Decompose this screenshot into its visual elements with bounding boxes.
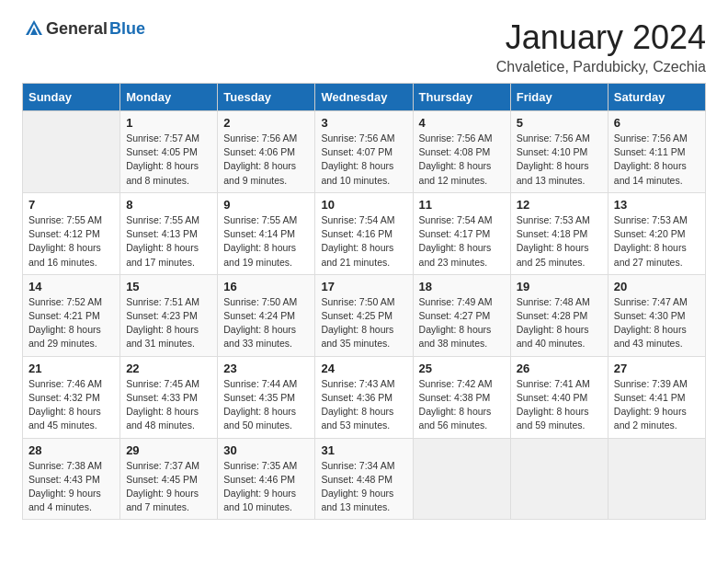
day-number: 11	[419, 198, 505, 212]
calendar-cell: 8Sunrise: 7:55 AM Sunset: 4:13 PM Daylig…	[120, 192, 218, 274]
week-row-5: 28Sunrise: 7:38 AM Sunset: 4:43 PM Dayli…	[23, 438, 706, 520]
weekday-sunday: Sunday	[23, 84, 120, 111]
calendar-cell: 24Sunrise: 7:43 AM Sunset: 4:36 PM Dayli…	[315, 356, 413, 438]
day-info: Sunrise: 7:57 AM Sunset: 4:05 PM Dayligh…	[126, 132, 211, 188]
calendar-title: January 2024	[496, 18, 706, 57]
calendar-cell: 9Sunrise: 7:55 AM Sunset: 4:14 PM Daylig…	[218, 192, 315, 274]
day-info: Sunrise: 7:50 AM Sunset: 4:24 PM Dayligh…	[223, 295, 309, 351]
calendar-cell: 23Sunrise: 7:44 AM Sunset: 4:35 PM Dayli…	[218, 356, 315, 438]
day-info: Sunrise: 7:51 AM Sunset: 4:23 PM Dayligh…	[126, 295, 211, 351]
calendar-table: SundayMondayTuesdayWednesdayThursdayFrid…	[22, 83, 706, 520]
day-number: 19	[517, 280, 602, 293]
day-number: 29	[126, 443, 211, 457]
calendar-subtitle: Chvaletice, Pardubicky, Czechia	[496, 59, 706, 75]
day-number: 25	[419, 362, 505, 375]
day-number: 7	[28, 198, 114, 212]
calendar-cell: 16Sunrise: 7:50 AM Sunset: 4:24 PM Dayli…	[218, 274, 315, 356]
day-info: Sunrise: 7:55 AM Sunset: 4:13 PM Dayligh…	[126, 213, 211, 270]
day-number: 8	[126, 198, 211, 212]
day-info: Sunrise: 7:50 AM Sunset: 4:25 PM Dayligh…	[321, 295, 406, 351]
calendar-cell: 30Sunrise: 7:35 AM Sunset: 4:46 PM Dayli…	[218, 438, 315, 520]
calendar-cell: 1Sunrise: 7:57 AM Sunset: 4:05 PM Daylig…	[120, 111, 218, 193]
day-info: Sunrise: 7:39 AM Sunset: 4:41 PM Dayligh…	[614, 377, 700, 433]
calendar-cell: 31Sunrise: 7:34 AM Sunset: 4:48 PM Dayli…	[315, 438, 413, 520]
calendar-cell: 11Sunrise: 7:54 AM Sunset: 4:17 PM Dayli…	[413, 192, 510, 274]
day-number: 30	[223, 443, 309, 457]
day-info: Sunrise: 7:53 AM Sunset: 4:20 PM Dayligh…	[614, 213, 700, 270]
week-row-4: 21Sunrise: 7:46 AM Sunset: 4:32 PM Dayli…	[23, 356, 706, 438]
day-number: 27	[614, 362, 700, 375]
day-info: Sunrise: 7:56 AM Sunset: 4:08 PM Dayligh…	[419, 132, 505, 188]
day-info: Sunrise: 7:56 AM Sunset: 4:11 PM Dayligh…	[614, 132, 700, 188]
day-number: 18	[419, 280, 505, 293]
calendar-cell: 4Sunrise: 7:56 AM Sunset: 4:08 PM Daylig…	[413, 111, 510, 193]
calendar-cell: 13Sunrise: 7:53 AM Sunset: 4:20 PM Dayli…	[608, 192, 705, 274]
calendar-cell: 10Sunrise: 7:54 AM Sunset: 4:16 PM Dayli…	[315, 192, 413, 274]
day-info: Sunrise: 7:55 AM Sunset: 4:14 PM Dayligh…	[223, 213, 309, 270]
day-number: 1	[126, 116, 211, 130]
day-info: Sunrise: 7:46 AM Sunset: 4:32 PM Dayligh…	[28, 377, 114, 433]
calendar-cell	[413, 438, 510, 520]
day-number: 21	[28, 362, 114, 375]
day-info: Sunrise: 7:56 AM Sunset: 4:07 PM Dayligh…	[321, 132, 406, 188]
day-number: 2	[223, 116, 309, 130]
day-number: 6	[614, 116, 700, 130]
calendar-cell: 29Sunrise: 7:37 AM Sunset: 4:45 PM Dayli…	[120, 438, 218, 520]
logo-text-blue: Blue	[109, 19, 145, 39]
day-info: Sunrise: 7:38 AM Sunset: 4:43 PM Dayligh…	[28, 459, 114, 515]
calendar-cell: 7Sunrise: 7:55 AM Sunset: 4:12 PM Daylig…	[23, 192, 120, 274]
calendar-cell	[23, 111, 120, 193]
calendar-cell: 15Sunrise: 7:51 AM Sunset: 4:23 PM Dayli…	[120, 274, 218, 356]
day-info: Sunrise: 7:44 AM Sunset: 4:35 PM Dayligh…	[223, 377, 309, 433]
day-info: Sunrise: 7:34 AM Sunset: 4:48 PM Dayligh…	[321, 459, 406, 515]
logo: General Blue	[22, 18, 145, 39]
title-block: January 2024 Chvaletice, Pardubicky, Cze…	[496, 18, 706, 75]
calendar-cell: 25Sunrise: 7:42 AM Sunset: 4:38 PM Dayli…	[413, 356, 510, 438]
calendar-cell: 5Sunrise: 7:56 AM Sunset: 4:10 PM Daylig…	[510, 111, 608, 193]
calendar-cell: 20Sunrise: 7:47 AM Sunset: 4:30 PM Dayli…	[608, 274, 705, 356]
day-number: 4	[419, 116, 505, 130]
calendar-cell: 28Sunrise: 7:38 AM Sunset: 4:43 PM Dayli…	[23, 438, 120, 520]
day-number: 28	[28, 443, 114, 457]
day-number: 12	[517, 198, 602, 212]
day-info: Sunrise: 7:55 AM Sunset: 4:12 PM Dayligh…	[28, 213, 114, 270]
day-number: 22	[126, 362, 211, 375]
day-info: Sunrise: 7:41 AM Sunset: 4:40 PM Dayligh…	[517, 377, 602, 433]
calendar-cell: 6Sunrise: 7:56 AM Sunset: 4:11 PM Daylig…	[608, 111, 705, 193]
weekday-monday: Monday	[120, 84, 218, 111]
day-number: 17	[321, 280, 406, 293]
calendar-cell: 26Sunrise: 7:41 AM Sunset: 4:40 PM Dayli…	[510, 356, 608, 438]
day-number: 3	[321, 116, 406, 130]
day-number: 15	[126, 280, 211, 293]
day-info: Sunrise: 7:52 AM Sunset: 4:21 PM Dayligh…	[28, 295, 114, 351]
weekday-thursday: Thursday	[413, 84, 510, 111]
calendar-cell: 3Sunrise: 7:56 AM Sunset: 4:07 PM Daylig…	[315, 111, 413, 193]
calendar-cell: 19Sunrise: 7:48 AM Sunset: 4:28 PM Dayli…	[510, 274, 608, 356]
day-info: Sunrise: 7:42 AM Sunset: 4:38 PM Dayligh…	[419, 377, 505, 433]
page-header: General Blue January 2024 Chvaletice, Pa…	[22, 18, 706, 75]
day-number: 14	[28, 280, 114, 293]
week-row-2: 7Sunrise: 7:55 AM Sunset: 4:12 PM Daylig…	[23, 192, 706, 274]
calendar-cell: 22Sunrise: 7:45 AM Sunset: 4:33 PM Dayli…	[120, 356, 218, 438]
weekday-saturday: Saturday	[608, 84, 705, 111]
day-number: 13	[614, 198, 700, 212]
calendar-cell: 14Sunrise: 7:52 AM Sunset: 4:21 PM Dayli…	[23, 274, 120, 356]
day-number: 23	[223, 362, 309, 375]
logo-icon	[24, 18, 44, 39]
day-info: Sunrise: 7:48 AM Sunset: 4:28 PM Dayligh…	[517, 295, 602, 351]
calendar-cell: 17Sunrise: 7:50 AM Sunset: 4:25 PM Dayli…	[315, 274, 413, 356]
day-info: Sunrise: 7:54 AM Sunset: 4:16 PM Dayligh…	[321, 213, 406, 270]
day-info: Sunrise: 7:45 AM Sunset: 4:33 PM Dayligh…	[126, 377, 211, 433]
week-row-3: 14Sunrise: 7:52 AM Sunset: 4:21 PM Dayli…	[23, 274, 706, 356]
day-info: Sunrise: 7:37 AM Sunset: 4:45 PM Dayligh…	[126, 459, 211, 515]
day-info: Sunrise: 7:54 AM Sunset: 4:17 PM Dayligh…	[419, 213, 505, 270]
weekday-header-row: SundayMondayTuesdayWednesdayThursdayFrid…	[23, 84, 706, 111]
weekday-friday: Friday	[510, 84, 608, 111]
day-number: 10	[321, 198, 406, 212]
day-number: 31	[321, 443, 406, 457]
day-number: 20	[614, 280, 700, 293]
day-info: Sunrise: 7:47 AM Sunset: 4:30 PM Dayligh…	[614, 295, 700, 351]
day-number: 26	[517, 362, 602, 375]
week-row-1: 1Sunrise: 7:57 AM Sunset: 4:05 PM Daylig…	[23, 111, 706, 193]
weekday-tuesday: Tuesday	[218, 84, 315, 111]
